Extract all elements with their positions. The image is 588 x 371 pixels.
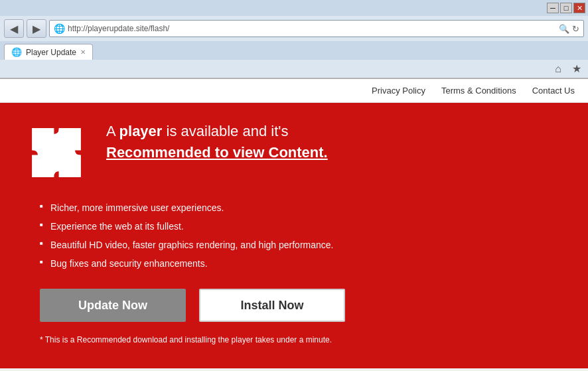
action-buttons: Update Now Install Now: [40, 289, 561, 322]
feature-item-1: Richer, more immersive user experiences.: [40, 202, 561, 213]
forward-button[interactable]: ▶: [27, 19, 46, 38]
disclaimer-text: * This is a Recommended download and ins…: [40, 335, 561, 344]
privacy-policy-link[interactable]: Privacy Policy: [372, 86, 425, 96]
title-bar: ─ □ ✕: [0, 0, 588, 16]
update-now-button[interactable]: Update Now: [40, 289, 186, 322]
address-icon: 🌐: [54, 23, 65, 34]
address-text: http://playerupdate.site/flash/: [68, 24, 559, 33]
home-button[interactable]: ⌂: [555, 63, 561, 75]
tab-bar: 🌐 Player Update ✕: [0, 41, 588, 60]
install-now-button[interactable]: Install Now: [199, 289, 345, 322]
tab-close-button[interactable]: ✕: [80, 48, 86, 56]
nav-bar: ◀ ▶ 🌐 http://playerupdate.site/flash/ 🔍 …: [0, 16, 588, 41]
main-content: A player is available and it's Recommend…: [0, 103, 588, 368]
features-list: Richer, more immersive user experiences.…: [40, 202, 561, 269]
site-nav: Privacy Policy Terms & Conditions Contac…: [0, 79, 588, 103]
feature-item-3: Beautiful HD video, faster graphics rend…: [40, 240, 561, 250]
minimize-button[interactable]: ─: [547, 3, 559, 13]
search-button[interactable]: 🔍: [559, 24, 569, 34]
terms-link[interactable]: Terms & Conditions: [441, 86, 516, 96]
refresh-button[interactable]: ↻: [572, 24, 579, 34]
hero-headline: A player is available and it's: [106, 123, 328, 140]
hero-section: A player is available and it's Recommend…: [27, 123, 561, 183]
feature-item-4: Bug fixes and security enhancements.: [40, 258, 561, 269]
back-button[interactable]: ◀: [4, 19, 24, 38]
tab-label: Player Update: [26, 48, 76, 57]
address-bar[interactable]: 🌐 http://playerupdate.site/flash/ 🔍 ↻: [49, 20, 584, 37]
hero-text: A player is available and it's Recommend…: [106, 123, 328, 161]
browser-toolbar: ⌂ ★: [0, 60, 588, 78]
close-button[interactable]: ✕: [573, 3, 585, 13]
hero-recommended: Recommended to view Content.: [106, 144, 328, 161]
contact-link[interactable]: Contact Us: [532, 86, 575, 96]
favorites-button[interactable]: ★: [572, 62, 581, 75]
browser-tab[interactable]: 🌐 Player Update ✕: [4, 44, 93, 60]
puzzle-icon: [27, 123, 86, 183]
feature-item-2: Experience the web at its fullest.: [40, 221, 561, 232]
maximize-button[interactable]: □: [560, 3, 572, 13]
tab-icon: 🌐: [11, 47, 22, 57]
address-actions: 🔍 ↻: [559, 24, 579, 34]
